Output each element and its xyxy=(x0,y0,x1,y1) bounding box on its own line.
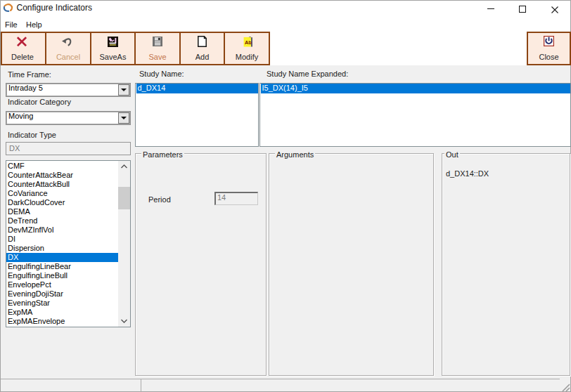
svg-text:Ab: Ab xyxy=(245,39,252,45)
